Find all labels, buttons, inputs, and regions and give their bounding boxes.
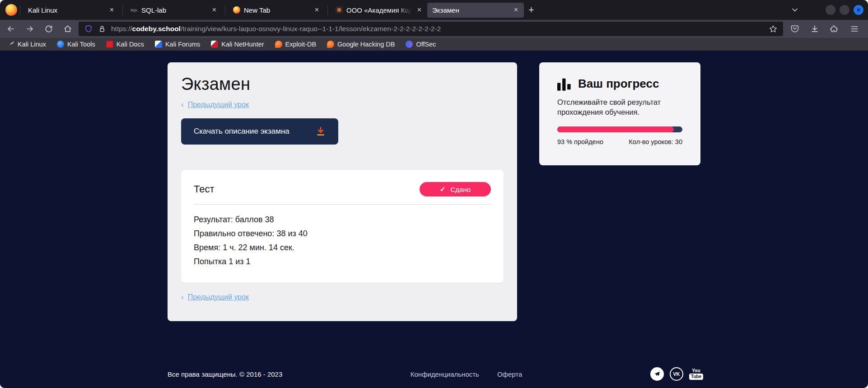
lock-icon[interactable] (98, 24, 107, 33)
offsec-icon (406, 41, 413, 48)
bookmark-kali-linux[interactable]: Kali Linux (7, 41, 46, 48)
previous-lesson-link-bottom[interactable]: ‹ Предыдущий урок (181, 293, 504, 302)
footer: Все права защищены. © 2016 - 2023 Конфид… (168, 366, 703, 382)
tracking-protection-shield-icon[interactable] (84, 24, 93, 33)
privacy-link[interactable]: Конфиденциальность (411, 370, 479, 378)
url-text[interactable]: https://codeby.school/training/view/kurs… (111, 25, 764, 33)
bookmark-offsec[interactable]: OffSec (406, 41, 436, 48)
url-bar[interactable]: https://codeby.school/training/view/kurs… (79, 22, 783, 36)
previous-lesson-link[interactable]: Предыдущий урок (188, 293, 249, 301)
previous-lesson-link-top[interactable]: ‹ Предыдущий урок (181, 100, 504, 109)
kali-forums-icon (155, 41, 162, 48)
bookmark-label: OffSec (416, 41, 436, 48)
bookmark-label: Kali Forums (165, 41, 200, 48)
page-content: Экзамен ‹ Предыдущий урок Скачать описан… (0, 51, 868, 388)
kali-dragon-icon (7, 41, 14, 48)
progress-title: Ваш прогресс (578, 77, 659, 91)
tab-sql-lab[interactable]: SQL SQL-lab × (126, 3, 222, 18)
previous-lesson-link[interactable]: Предыдущий урок (188, 101, 249, 109)
minimize-button[interactable] (826, 5, 835, 15)
telegram-icon[interactable] (650, 367, 664, 381)
list-all-tabs-chevron-icon[interactable] (789, 4, 801, 16)
bookmark-label: Kali NetHunter (221, 41, 264, 48)
firefox-favicon (233, 6, 240, 14)
bookmark-label: Exploit-DB (285, 41, 317, 48)
tab-ekzamen-active[interactable]: Экзамен × (427, 3, 524, 18)
tab-label: New Tab (244, 6, 309, 14)
bookmark-star-icon[interactable] (769, 24, 778, 33)
menu-hamburger-icon[interactable] (850, 24, 859, 33)
page-title: Экзамен (181, 75, 504, 94)
forward-button[interactable] (25, 24, 34, 33)
bookmarks-bar: Kali Linux Kali Tools Kali Docs Kali For… (0, 38, 868, 51)
tab-label: ООО «Академия Кодеба (346, 6, 412, 14)
firefox-logo-icon[interactable] (5, 4, 17, 16)
tab-separator (20, 5, 20, 15)
lessons-count-label: Кол-во уроков: 30 (629, 138, 682, 145)
navigation-toolbar: https://codeby.school/training/view/kurs… (0, 20, 868, 38)
pocket-icon[interactable] (790, 24, 799, 33)
downloads-icon[interactable] (810, 24, 819, 33)
youtube-icon[interactable]: You Tube (689, 369, 703, 380)
divider (194, 204, 491, 205)
progress-fill (557, 126, 674, 132)
home-button[interactable] (63, 24, 72, 33)
download-exam-description-button[interactable]: Скачать описание экзамна (181, 118, 338, 145)
codeby-favicon (336, 6, 343, 14)
tab-separator (122, 5, 123, 15)
exam-card: Экзамен ‹ Предыдущий урок Скачать описан… (168, 62, 517, 321)
browser-window: Kali Linux × SQL SQL-lab × New Tab × ООО… (0, 0, 868, 388)
window-controls: × (826, 5, 863, 15)
check-icon: ✓ (440, 185, 446, 193)
progress-percent-label: 93 % пройдено (557, 138, 603, 145)
extensions-puzzle-icon[interactable] (830, 24, 839, 33)
bookmark-kali-tools[interactable]: Kali Tools (57, 41, 95, 48)
download-icon (315, 126, 327, 137)
kali-docs-icon (106, 41, 113, 48)
offer-link[interactable]: Оферта (497, 370, 522, 378)
exploit-db-icon (275, 41, 282, 48)
test-passed-badge[interactable]: ✓ Сдано (420, 182, 491, 196)
new-tab-button[interactable]: + (524, 5, 539, 15)
test-result-card: Тест ✓ Сдано Результат: баллов 38 Правил… (181, 170, 504, 283)
download-button-label: Скачать описание экзамна (194, 127, 289, 136)
kali-tools-icon (57, 41, 64, 48)
test-time-line: Время: 1 ч. 22 мин. 14 сек. (194, 243, 491, 252)
bookmark-google-hacking-db[interactable]: Google Hacking DB (327, 41, 395, 48)
bookmark-kali-docs[interactable]: Kali Docs (106, 41, 144, 48)
bookmark-label: Kali Docs (117, 41, 144, 48)
youtube-tube-label: Tube (689, 374, 703, 380)
bar-chart-icon (557, 77, 572, 91)
tab-bar: Kali Linux × SQL SQL-lab × New Tab × ООО… (0, 0, 868, 20)
bookmark-exploit-db[interactable]: Exploit-DB (275, 41, 317, 48)
bookmark-kali-nethunter[interactable]: Kali NetHunter (211, 41, 264, 48)
close-icon[interactable]: × (415, 5, 423, 14)
close-icon[interactable]: × (108, 5, 116, 14)
tab-kali-linux[interactable]: Kali Linux × (23, 3, 120, 18)
progress-bar (557, 126, 682, 132)
test-attempt-line: Попытка 1 из 1 (194, 257, 491, 266)
copyright-text: Все права защищены. © 2016 - 2023 (168, 370, 282, 378)
bookmark-label: Kali Tools (67, 41, 95, 48)
window-close-button[interactable]: × (854, 5, 863, 15)
tab-label: SQL-lab (141, 6, 207, 14)
reload-button[interactable] (44, 24, 53, 33)
close-icon[interactable]: × (512, 5, 520, 14)
close-icon[interactable]: × (313, 5, 321, 14)
google-hacking-db-icon (327, 41, 334, 48)
tab-new-tab[interactable]: New Tab × (228, 3, 325, 18)
test-status-label: Сдано (451, 186, 471, 193)
tab-codeby-academy[interactable]: ООО «Академия Кодеба × (331, 3, 427, 18)
test-correct-line: Правильно отвечено: 38 из 40 (194, 229, 491, 238)
youtube-you-label: You (692, 369, 700, 373)
back-button[interactable] (6, 24, 15, 33)
chevron-left-icon: ‹ (181, 100, 184, 109)
maximize-button[interactable] (840, 5, 849, 15)
bookmark-label: Kali Linux (18, 41, 46, 48)
bookmark-label: Google Hacking DB (337, 41, 395, 48)
vk-icon[interactable]: VK (670, 367, 683, 381)
close-icon[interactable]: × (210, 5, 218, 14)
vk-label: VK (673, 371, 680, 377)
bookmark-kali-forums[interactable]: Kali Forums (155, 41, 200, 48)
progress-description: Отслеживайте свой результат прохождения … (557, 98, 675, 117)
